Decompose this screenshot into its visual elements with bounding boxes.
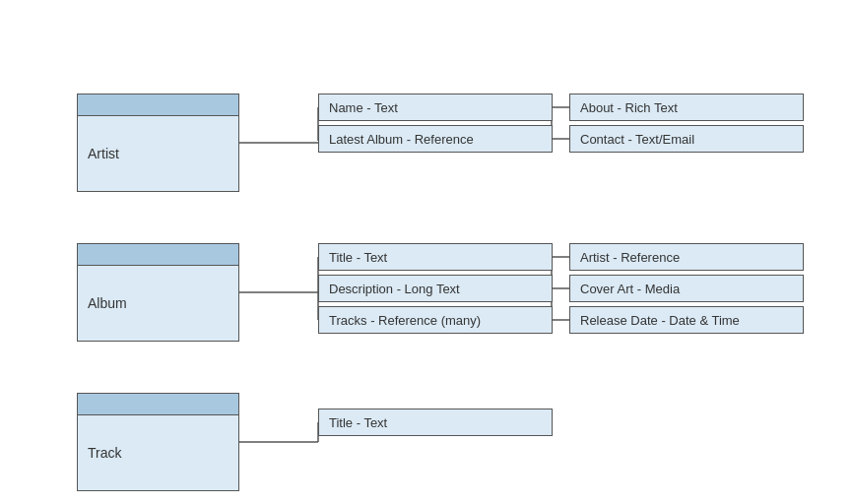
track-entity-header — [78, 394, 238, 415]
album-artist-field: Artist - Reference — [569, 243, 804, 271]
album-entity-header — [78, 244, 238, 266]
track-entity-label: Track — [78, 415, 238, 490]
artist-contact-field: Contact - Text/Email — [569, 125, 804, 153]
artist-entity-label: Artist — [78, 116, 238, 191]
artist-name-field: Name - Text — [318, 94, 553, 121]
album-release-field: Release Date - Date & Time — [569, 306, 804, 334]
track-entity: Track — [77, 393, 239, 491]
artist-latest-album-field: Latest Album - Reference — [318, 125, 553, 153]
track-title-field: Title - Text — [318, 409, 553, 436]
artist-entity: Artist — [77, 94, 239, 192]
album-description-field: Description - Long Text — [318, 275, 553, 302]
diagram-container: Artist Album Track Name - Text Latest Al… — [0, 0, 852, 504]
album-entity-label: Album — [78, 266, 238, 341]
album-title-field: Title - Text — [318, 243, 553, 271]
album-cover-field: Cover Art - Media — [569, 275, 804, 302]
artist-about-field: About - Rich Text — [569, 94, 804, 121]
artist-entity-header — [78, 94, 238, 116]
album-entity: Album — [77, 243, 239, 342]
album-tracks-field: Tracks - Reference (many) — [318, 306, 553, 334]
